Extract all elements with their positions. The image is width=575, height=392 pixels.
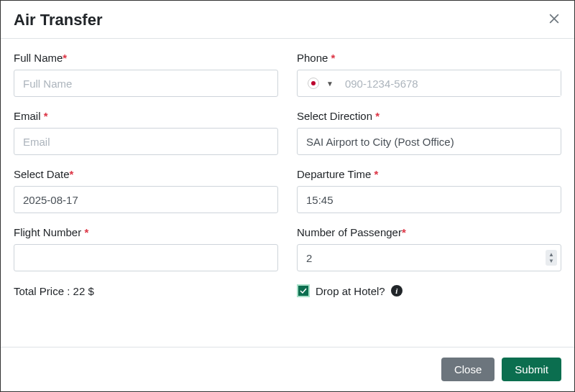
email-input[interactable] xyxy=(14,128,278,155)
flight-number-input[interactable] xyxy=(14,244,278,271)
number-stepper-icon[interactable]: ▲▼ xyxy=(546,250,557,266)
departure-label: Departure Time * xyxy=(297,168,561,180)
submit-button[interactable]: Submit xyxy=(502,358,561,381)
chevron-down-icon[interactable]: ▼ xyxy=(326,80,334,88)
drop-hotel-label: Drop at Hotel? xyxy=(316,285,385,297)
passengers-input[interactable] xyxy=(297,244,561,271)
email-label: Email * xyxy=(14,110,278,122)
modal-footer: Close Submit xyxy=(1,347,574,391)
air-transfer-modal: Air Transfer Full Name* Phone * ▼ Email … xyxy=(1,1,574,391)
direction-select[interactable] xyxy=(297,128,561,155)
full-name-label: Full Name* xyxy=(14,52,278,64)
phone-field: ▼ xyxy=(297,70,561,97)
departure-time-input[interactable] xyxy=(297,186,561,213)
modal-body: Full Name* Phone * ▼ Email * Select Dire… xyxy=(1,39,574,347)
modal-header: Air Transfer xyxy=(1,1,574,39)
info-icon[interactable]: i xyxy=(391,285,402,297)
date-input[interactable] xyxy=(14,186,278,213)
flight-number-label: Flight Number * xyxy=(14,226,278,238)
direction-label: Select Direction * xyxy=(297,110,561,122)
full-name-input[interactable] xyxy=(14,70,278,97)
country-flag-picker[interactable] xyxy=(303,78,323,89)
japan-flag-icon xyxy=(308,78,319,89)
close-icon[interactable] xyxy=(547,11,561,29)
modal-title: Air Transfer xyxy=(14,11,103,29)
phone-label: Phone * xyxy=(297,52,561,64)
date-label: Select Date* xyxy=(14,168,278,180)
passengers-label: Number of Passenger* xyxy=(297,226,561,238)
total-price: Total Price : 22 $ xyxy=(14,285,278,297)
close-button[interactable]: Close xyxy=(441,358,494,381)
phone-input[interactable] xyxy=(338,70,561,96)
drop-hotel-checkbox[interactable] xyxy=(297,284,310,297)
